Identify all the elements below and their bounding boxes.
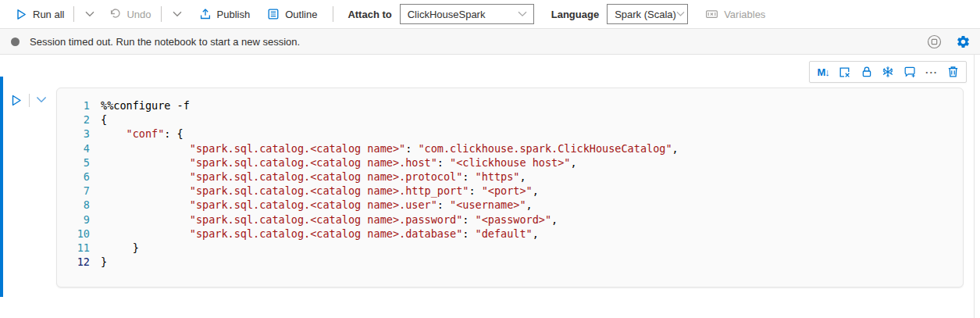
clear-cell-icon <box>838 66 851 79</box>
code-line[interactable]: 11 } <box>57 241 963 255</box>
ellipsis-icon: ··· <box>925 66 938 78</box>
code-text: "spark.sql.catalog.<catalog name>": "com… <box>90 141 679 155</box>
line-number: 1 <box>57 98 90 113</box>
code-text: } <box>90 255 107 269</box>
chevron-down-icon <box>518 11 527 17</box>
session-settings-button[interactable] <box>954 33 972 51</box>
line-number: 12 <box>57 255 90 269</box>
line-number: 3 <box>57 127 90 141</box>
notebook-toolbar: Run all Undo <box>0 0 980 28</box>
code-text: "spark.sql.catalog.<catalog name>.user":… <box>90 198 533 212</box>
code-line[interactable]: 1%%configure -f <box>57 98 963 113</box>
outline-button[interactable]: Outline <box>261 0 323 28</box>
session-status-dot-icon <box>11 38 20 46</box>
language-dropdown[interactable]: Spark (Scala) <box>607 4 688 24</box>
language-label: Language <box>551 9 599 20</box>
delete-cell-button[interactable] <box>946 65 960 79</box>
more-actions-button[interactable]: ··· <box>924 66 939 79</box>
code-text: "conf": { <box>90 127 184 141</box>
undo-label: Undo <box>127 9 151 20</box>
lock-icon <box>861 66 873 78</box>
variables-icon <box>705 8 718 20</box>
chevron-down-icon <box>85 11 94 17</box>
code-line[interactable]: 6 "spark.sql.catalog.<catalog name>.prot… <box>57 170 963 184</box>
play-icon <box>16 9 27 20</box>
code-text: "spark.sql.catalog.<catalog name>.databa… <box>90 227 539 241</box>
line-number: 11 <box>57 241 90 255</box>
code-line[interactable]: 2{ <box>57 113 963 127</box>
line-number: 7 <box>57 184 90 198</box>
attach-to-dropdown[interactable]: ClickHouseSpark <box>400 4 534 24</box>
code-line[interactable]: 5 "spark.sql.catalog.<catalog name>.host… <box>57 155 963 170</box>
line-number: 6 <box>57 170 90 184</box>
toolbar-divider <box>73 6 74 22</box>
toolbar-divider <box>161 6 162 22</box>
outline-label: Outline <box>285 9 317 20</box>
line-number: 10 <box>57 227 90 241</box>
code-line[interactable]: 9 "spark.sql.catalog.<catalog name>.pass… <box>57 213 963 227</box>
run-all-label: Run all <box>33 9 64 20</box>
markdown-icon: M↓ <box>817 66 829 78</box>
play-icon <box>10 94 23 107</box>
variables-button[interactable]: Variables <box>699 0 772 28</box>
code-line[interactable]: 12} <box>57 255 963 269</box>
variables-label: Variables <box>724 9 765 20</box>
convert-to-markdown-button[interactable]: M↓ <box>815 66 830 79</box>
undo-button[interactable]: Undo <box>102 0 157 28</box>
chevron-down-icon <box>676 11 685 17</box>
stop-session-button[interactable] <box>925 33 943 51</box>
publish-icon <box>199 8 212 20</box>
cell-toolbar: M↓ <box>809 61 967 83</box>
code-text: "spark.sql.catalog.<catalog name>.host":… <box>90 155 577 170</box>
line-number: 2 <box>57 113 90 127</box>
toolbar-divider <box>333 6 333 22</box>
add-comment-button[interactable] <box>902 65 918 79</box>
code-line[interactable]: 7 "spark.sql.catalog.<catalog name>.http… <box>57 184 963 198</box>
run-options-chevron-button[interactable] <box>77 0 102 28</box>
language-value: Spark (Scala) <box>615 9 676 20</box>
scrollbar-track[interactable] <box>974 55 975 318</box>
code-line[interactable]: 4 "spark.sql.catalog.<catalog name>": "c… <box>57 141 963 155</box>
code-text: { <box>90 113 107 127</box>
line-number: 8 <box>57 198 90 212</box>
code-text: %%configure -f <box>90 98 190 113</box>
publish-label: Publish <box>217 9 251 20</box>
line-number: 4 <box>57 141 90 155</box>
publish-button[interactable]: Publish <box>193 0 257 28</box>
code-line[interactable]: 10 "spark.sql.catalog.<catalog name>.dat… <box>57 227 963 241</box>
session-status-bar: Session timed out. Run the notebook to s… <box>0 28 980 55</box>
undo-icon <box>109 8 121 20</box>
lock-cell-button[interactable] <box>859 65 875 79</box>
add-comment-icon <box>903 66 917 78</box>
attach-to-label: Attach to <box>347 9 391 20</box>
freeze-cell-button[interactable] <box>880 65 896 79</box>
code-text: } <box>90 241 139 255</box>
cell-run-divider <box>29 94 30 107</box>
notebook-page: Run all Undo <box>0 0 980 318</box>
code-text: "spark.sql.catalog.<catalog name>.http_p… <box>90 184 539 198</box>
clear-cell-button[interactable] <box>836 65 853 80</box>
code-line[interactable]: 8 "spark.sql.catalog.<catalog name>.user… <box>57 198 963 212</box>
code-text: "spark.sql.catalog.<catalog name>.passwo… <box>90 213 558 227</box>
code-line[interactable]: 3 "conf": { <box>57 127 963 141</box>
cell-run-options-chevron-button[interactable] <box>34 95 48 105</box>
trash-icon <box>947 66 959 78</box>
undo-options-chevron-button[interactable] <box>165 0 190 28</box>
chevron-down-icon <box>36 96 47 103</box>
outline-icon <box>267 8 280 20</box>
cell-selection-bar <box>0 77 3 297</box>
attach-to-value: ClickHouseSpark <box>408 9 486 20</box>
run-cell-button[interactable] <box>9 92 24 109</box>
code-text: "spark.sql.catalog.<catalog name>.protoc… <box>90 170 526 184</box>
session-status-message: Session timed out. Run the notebook to s… <box>30 36 300 48</box>
chevron-down-icon <box>173 11 182 17</box>
run-all-button[interactable]: Run all <box>9 0 70 28</box>
gear-icon <box>956 34 971 49</box>
snowflake-icon <box>882 66 894 78</box>
stop-icon <box>927 34 942 49</box>
line-number: 5 <box>57 155 90 170</box>
code-editor[interactable]: 1%%configure -f2{3 "conf": {4 "spark.sql… <box>56 88 964 288</box>
line-number: 9 <box>57 213 90 227</box>
